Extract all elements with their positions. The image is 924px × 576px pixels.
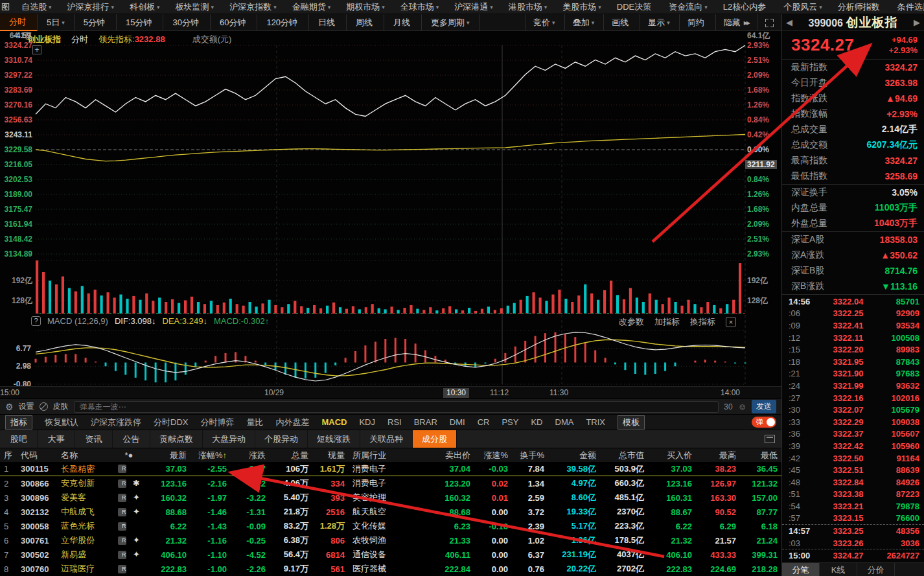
indicator-item[interactable]: 分时博弈 bbox=[200, 417, 234, 428]
indicator-item[interactable]: DMA bbox=[555, 417, 574, 427]
indicator-item[interactable]: KD bbox=[531, 417, 542, 427]
emoji-icon[interactable]: ☺ bbox=[738, 402, 746, 411]
indicator-item[interactable]: 沪深京涨跌停 bbox=[91, 417, 141, 428]
column-header[interactable]: 现量 bbox=[312, 450, 349, 461]
period-tab[interactable]: 30分钟 bbox=[163, 14, 210, 31]
menu-item[interactable]: 个股风云 ▾ bbox=[776, 0, 830, 14]
indicator-item[interactable]: CR bbox=[478, 417, 490, 427]
content-tab[interactable]: 大盘异动 bbox=[203, 430, 255, 448]
column-header[interactable]: 最高 bbox=[696, 450, 740, 461]
send-button[interactable]: 发送 bbox=[752, 400, 776, 413]
content-tab[interactable]: 大事 bbox=[38, 430, 75, 448]
menu-item[interactable]: 港股市场 ▾ bbox=[501, 0, 555, 14]
popup-window-icon[interactable] bbox=[765, 435, 775, 443]
indicator-item[interactable]: 模板 bbox=[618, 415, 645, 430]
column-header[interactable]: 买入价 bbox=[648, 450, 696, 461]
column-header[interactable]: *● bbox=[114, 450, 144, 460]
period-tab[interactable]: 日线 bbox=[309, 14, 347, 31]
indicator-item[interactable]: 恢复默认 bbox=[45, 417, 78, 428]
chart-tool-button[interactable]: 隐藏 ▶▶ bbox=[715, 14, 757, 31]
indicator-item[interactable]: TRIX bbox=[586, 417, 605, 427]
chart-tool-button[interactable]: 画线 bbox=[603, 14, 640, 31]
macd-action-link[interactable]: 换指标 bbox=[690, 316, 715, 328]
chart-tool-button[interactable]: 显示 ▾ bbox=[640, 14, 679, 31]
column-header[interactable]: 所属行业 bbox=[349, 450, 419, 461]
close-icon[interactable]: × bbox=[726, 317, 736, 327]
chart-tool-button[interactable]: 竞价 ▾ bbox=[525, 14, 564, 31]
menu-item[interactable]: 期权市场 ▾ bbox=[338, 0, 393, 14]
column-header[interactable]: 涨幅%↑ bbox=[191, 450, 231, 461]
indicator-item[interactable]: 量比 bbox=[246, 417, 263, 428]
settings-label[interactable]: 设置 bbox=[19, 401, 34, 412]
menu-item[interactable]: 沪深京指数 ▾ bbox=[222, 0, 284, 14]
stock-row[interactable]: 2 300866 安克创新 R✱ 123.16 -2.16 -2.72 4.06… bbox=[0, 476, 781, 490]
gear-icon[interactable]: ⚙ bbox=[5, 402, 14, 412]
period-tab[interactable]: 更多周期 ▾ bbox=[422, 14, 479, 31]
column-header[interactable]: 总市值 bbox=[600, 450, 648, 461]
content-tab[interactable]: 资讯 bbox=[75, 430, 113, 448]
menu-item[interactable]: 沪深京排行 ▾ bbox=[60, 0, 122, 14]
column-header[interactable]: 总量 bbox=[270, 450, 312, 461]
chart-tool-button[interactable]: 叠加 ▾ bbox=[564, 14, 604, 31]
panel-tab[interactable]: 分价 bbox=[857, 563, 895, 576]
period-tab[interactable]: 月线 bbox=[384, 14, 422, 31]
indicator-item[interactable]: RSI bbox=[387, 417, 402, 427]
period-tab[interactable]: 5日 ▾ bbox=[38, 14, 75, 31]
content-tab[interactable]: 成分股 bbox=[413, 430, 457, 448]
content-tab[interactable]: 个股异动 bbox=[255, 430, 308, 448]
menu-item[interactable]: 板块监测 ▾ bbox=[168, 0, 222, 14]
menu-item[interactable]: 全球市场 ▾ bbox=[393, 0, 447, 14]
menu-item[interactable]: 条件选股 bbox=[890, 0, 924, 14]
menu-item[interactable]: 科创板 ▾ bbox=[122, 0, 168, 14]
menu-item[interactable]: 资金流向 ▾ bbox=[661, 0, 715, 14]
column-header[interactable]: 最低 bbox=[740, 450, 781, 461]
column-header[interactable]: 涨跌 bbox=[231, 450, 270, 461]
column-header[interactable]: 名称 bbox=[57, 450, 114, 461]
indicator-item[interactable]: 内外盘差 bbox=[275, 417, 309, 428]
period-tab[interactable]: 120分钟 bbox=[257, 14, 309, 31]
stock-row[interactable]: 6 300761 立华股份 R✦ 21.32 -1.16 -0.25 6.38万… bbox=[0, 533, 781, 547]
tick-list[interactable]: 14:56 3322.04 85701 :06 3322.25 92909 :0… bbox=[782, 295, 924, 563]
column-header[interactable]: 卖出价 bbox=[419, 450, 474, 461]
column-header[interactable]: 代码 bbox=[17, 450, 57, 461]
indicator-item[interactable]: DMI bbox=[450, 417, 465, 427]
indicator-item[interactable]: PSY bbox=[502, 417, 518, 427]
menu-item[interactable]: 沪深港通 ▾ bbox=[446, 0, 501, 14]
stock-row[interactable]: 7 300502 新易盛 R✦ 406.10 -1.10 -4.52 56.4万… bbox=[0, 547, 781, 562]
period-tab[interactable]: 15分钟 bbox=[117, 14, 163, 31]
indicator-item[interactable]: 分时DDX bbox=[154, 417, 188, 428]
period-tab[interactable]: 周线 bbox=[347, 14, 384, 31]
content-tab[interactable]: 短线涨跌 bbox=[308, 430, 360, 448]
crosshair-plus-icon[interactable]: + bbox=[32, 45, 41, 54]
column-header[interactable]: 涨速% bbox=[474, 450, 512, 461]
prev-symbol-button[interactable]: ◀ bbox=[786, 17, 792, 27]
indicator-item[interactable]: MACD bbox=[321, 417, 347, 427]
content-tab[interactable]: 股吧 bbox=[0, 430, 38, 448]
period-tab[interactable]: 分时 bbox=[0, 14, 38, 31]
column-header[interactable]: 换手% bbox=[512, 450, 548, 461]
macd-action-link[interactable]: 改参数 bbox=[619, 316, 644, 328]
content-tab[interactable]: 贡献点数 bbox=[150, 430, 203, 448]
menu-item[interactable]: L2核心内参 bbox=[715, 0, 776, 14]
indicator-item[interactable]: 指标 bbox=[5, 415, 32, 430]
indicator-item[interactable]: KDJ bbox=[359, 417, 375, 427]
menu-item[interactable]: DDE决策 bbox=[609, 0, 661, 14]
stock-row[interactable]: 1 300115 长盈精密 R 37.03 -2.55 -0.97 106万 1… bbox=[0, 462, 781, 476]
macd-action-link[interactable]: 加指标 bbox=[654, 316, 680, 328]
skin-label[interactable]: 皮肤 bbox=[53, 401, 69, 412]
stock-row[interactable]: 4 302132 中航成飞 R✦ 88.68 -1.46 -1.31 21.8万… bbox=[0, 505, 781, 519]
stock-row[interactable]: 8 300760 迈瑞医疗 R 222.83 -1.00 -2.26 9.17万… bbox=[0, 562, 781, 576]
menu-item[interactable]: 自选股 ▾ bbox=[14, 0, 60, 14]
intraday-chart[interactable]: 创业板指 分时 领先指标:3232.88 成交额(元) + 3324.27331… bbox=[0, 31, 781, 398]
help-icon[interactable]: ? bbox=[31, 316, 41, 326]
chart-tool-button[interactable]: 简约 bbox=[679, 14, 715, 31]
menu-item[interactable]: 金融期货 ▾ bbox=[284, 0, 339, 14]
stock-row[interactable]: 5 300058 蓝色光标 R 6.22 -1.43 -0.09 83.2万 1… bbox=[0, 519, 781, 533]
next-symbol-button[interactable]: ▶ bbox=[914, 17, 920, 27]
content-tab[interactable]: 公告 bbox=[113, 430, 150, 448]
danmaku-toggle[interactable]: 弹 bbox=[752, 417, 776, 428]
indicator-item[interactable]: BRAR bbox=[414, 417, 437, 427]
column-header[interactable]: 金额 bbox=[548, 450, 600, 461]
danmaku-input[interactable] bbox=[74, 401, 719, 413]
menu-item[interactable]: 美股市场 ▾ bbox=[555, 0, 609, 14]
